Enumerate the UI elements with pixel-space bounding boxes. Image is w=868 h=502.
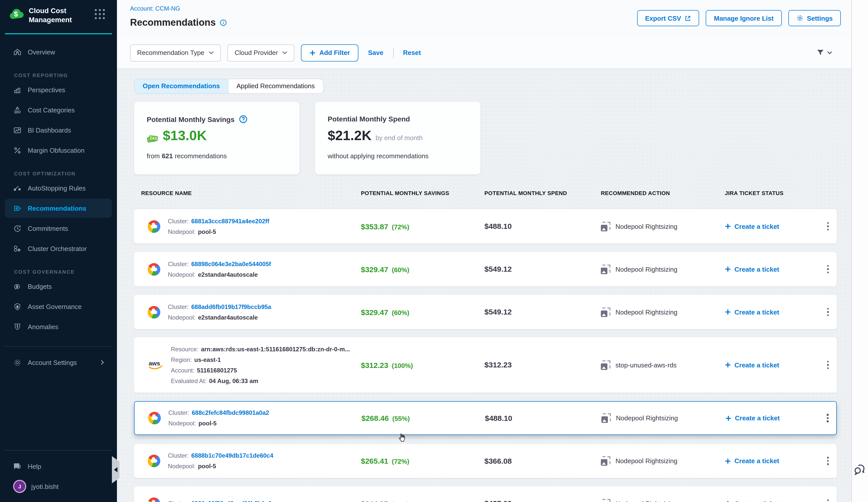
create-ticket-button[interactable]: Create a ticket bbox=[725, 222, 826, 230]
sidebar-item-commitments[interactable]: Commitments bbox=[5, 219, 112, 238]
sidebar-item-budgets[interactable]: $ Budgets bbox=[5, 277, 112, 296]
svg-text:$: $ bbox=[14, 10, 18, 18]
row-menu-kebab-icon[interactable] bbox=[826, 265, 837, 273]
sidebar-item-anomalies[interactable]: ! Anomalies bbox=[5, 317, 112, 336]
rightsizing-icon bbox=[601, 221, 610, 231]
spend-value: $427.09 bbox=[484, 499, 512, 502]
table-row[interactable]: Cluster:688add6fb019b17f9bccb95a Nodepoo… bbox=[134, 295, 837, 329]
row-menu-kebab-icon[interactable] bbox=[827, 414, 837, 422]
column-potential-monthly-savings: POTENTIAL MONTHLY SAVINGS bbox=[361, 190, 484, 196]
create-ticket-button[interactable]: Create a ticket bbox=[725, 500, 826, 502]
manage-ignore-list-button[interactable]: Manage Ignore List bbox=[706, 10, 782, 26]
table-row[interactable]: Cluster:6886e92f59a48cad86b5b1c6 $244.05… bbox=[134, 487, 837, 502]
module-grid-icon[interactable] bbox=[95, 9, 105, 19]
sidebar-item-autostopping-rules[interactable]: AutoStopping Rules bbox=[5, 178, 112, 198]
column-resource-name: RESOURCE NAME bbox=[134, 190, 361, 196]
action-label: stop-unused-aws-rds bbox=[616, 361, 677, 369]
create-ticket-button[interactable]: Create a ticket bbox=[725, 265, 826, 273]
action-label: Nodepool Rightsizing bbox=[616, 500, 678, 502]
cluster-id-link[interactable]: 68898c064e3e2ba0e544005f bbox=[191, 260, 271, 268]
table-row[interactable]: aws Resource:arn:aws:rds:us-east-1:51161… bbox=[134, 337, 837, 393]
breadcrumb[interactable]: Account: CCM-NG bbox=[130, 5, 180, 12]
row-menu-kebab-icon[interactable] bbox=[826, 361, 837, 369]
cluster-id-link[interactable]: 688add6fb019b17f9bccb95a bbox=[191, 303, 271, 310]
sidebar-item-label: BI Dashboards bbox=[28, 126, 71, 134]
plus-icon bbox=[725, 266, 731, 272]
export-csv-button[interactable]: Export CSV bbox=[637, 10, 699, 26]
add-filter-button[interactable]: Add Filter bbox=[301, 44, 358, 61]
sidebar: $ Cloud Cost Management Overview COST RE… bbox=[0, 0, 117, 502]
sidebar-item-cluster-orchestrator[interactable]: Cluster Orchestrator bbox=[5, 239, 112, 258]
sidebar-item-label: Cluster Orchestrator bbox=[28, 245, 87, 252]
create-ticket-button[interactable]: Create a ticket bbox=[725, 457, 826, 465]
sidebar-item-recommendations[interactable]: Recommendations bbox=[5, 199, 112, 218]
table-row[interactable]: Cluster:68898c064e3e2ba0e544005f Nodepoo… bbox=[134, 252, 837, 286]
question-circle-icon[interactable] bbox=[239, 115, 248, 124]
tab-applied-recommendations[interactable]: Applied Recommendations bbox=[228, 79, 323, 93]
rightsizing-icon bbox=[601, 264, 610, 274]
column-recommended-action: RECOMMENDED ACTION bbox=[601, 190, 725, 196]
sidebar-item-perspectives[interactable]: Perspectives bbox=[5, 80, 112, 99]
sidebar-item-cost-categories[interactable]: Cost Categories bbox=[5, 100, 112, 119]
cluster-id-link[interactable]: 6886e92f59a48cad86b5b1c6 bbox=[191, 500, 272, 502]
create-ticket-button[interactable]: Create a ticket bbox=[725, 414, 827, 422]
sidebar-item-account-settings[interactable]: Account Settings bbox=[5, 353, 112, 372]
create-ticket-button[interactable]: Create a ticket bbox=[725, 308, 826, 316]
cluster-id-link[interactable]: 6888b1c70e49db17c1de60c4 bbox=[191, 452, 273, 459]
rightsizing-icon bbox=[601, 413, 611, 423]
sidebar-item-bi-dashboards[interactable]: BI Dashboards bbox=[5, 121, 112, 139]
support-chat-icon[interactable] bbox=[854, 463, 867, 478]
rightsizing-icon bbox=[601, 360, 610, 370]
table-header: RESOURCE NAME POTENTIAL MONTHLY SAVINGS … bbox=[134, 190, 837, 196]
row-menu-kebab-icon[interactable] bbox=[826, 222, 837, 231]
sidebar-item-label: Commitments bbox=[28, 224, 68, 232]
create-ticket-button[interactable]: Create a ticket bbox=[725, 361, 826, 369]
spend-amount: $21.2K bbox=[328, 128, 372, 144]
sidebar-item-help[interactable]: ? Help bbox=[5, 457, 112, 476]
sidebar-item-label: Recommendations bbox=[28, 205, 86, 212]
row-menu-kebab-icon[interactable] bbox=[826, 308, 837, 316]
recommendation-type-dropdown[interactable]: Recommendation Type bbox=[130, 44, 221, 61]
cluster-id-link[interactable]: 688c2fefc84fbdc99801a0a2 bbox=[192, 409, 269, 416]
info-icon[interactable] bbox=[220, 19, 227, 26]
action-label: Nodepool Rightsizing bbox=[616, 222, 678, 230]
savings-value: $329.47 bbox=[361, 308, 388, 316]
gear-icon bbox=[796, 14, 803, 22]
sidebar-item-label: Asset Governance bbox=[28, 303, 82, 310]
potential-monthly-savings-card: Potential Monthly Savings $13.0K from 62… bbox=[134, 102, 299, 174]
sidebar-item-margin-obfuscation[interactable]: Margin Obfuscation bbox=[5, 140, 112, 160]
table-row[interactable]: Cluster:6888b1c70e49db17c1de60c4 Nodepoo… bbox=[134, 444, 837, 478]
action-label: Nodepool Rightsizing bbox=[616, 265, 678, 273]
user-name: jyoti.bisht bbox=[31, 483, 59, 490]
section-cost-governance: COST GOVERNANCE bbox=[14, 269, 117, 275]
card-title: Potential Monthly Spend bbox=[328, 115, 410, 123]
savings-percent: (60%) bbox=[392, 309, 409, 316]
table-row[interactable]: Cluster:6881a3ccc887941a4ee202ff Nodepoo… bbox=[134, 209, 837, 243]
action-label: Nodepool Rightsizing bbox=[616, 414, 678, 422]
sidebar-item-label: Anomalies bbox=[28, 323, 58, 331]
settings-button[interactable]: Settings bbox=[788, 10, 841, 26]
cluster-id-link[interactable]: 6881a3ccc887941a4ee202ff bbox=[191, 218, 269, 224]
spend-value: $366.08 bbox=[484, 457, 512, 465]
row-menu-kebab-icon[interactable] bbox=[826, 457, 837, 465]
savings-value: $244.05 bbox=[361, 499, 388, 502]
funnel-icon bbox=[816, 49, 825, 57]
shield-alert-icon: ! bbox=[13, 322, 22, 331]
sidebar-item-asset-governance[interactable]: $ Asset Governance bbox=[5, 297, 112, 316]
savings-value: $268.46 bbox=[361, 414, 389, 422]
sidebar-user[interactable]: J jyoti.bisht bbox=[5, 477, 112, 496]
sidebar-item-overview[interactable]: Overview bbox=[5, 42, 112, 62]
table-row-selected[interactable]: Cluster:688c2fefc84fbdc99801a0a2 Nodepoo… bbox=[134, 401, 837, 435]
tab-open-recommendations[interactable]: Open Recommendations bbox=[135, 79, 228, 93]
save-filter-button[interactable]: Save bbox=[365, 49, 386, 56]
row-menu-kebab-icon[interactable] bbox=[826, 500, 837, 502]
sidebar-item-label: Margin Obfuscation bbox=[28, 146, 84, 154]
column-jira-ticket-status: JIRA TICKET STATUS bbox=[725, 190, 826, 196]
chevron-down-icon bbox=[209, 51, 214, 54]
cloud-provider-dropdown[interactable]: Cloud Provider bbox=[228, 44, 294, 61]
reset-filter-button[interactable]: Reset bbox=[400, 49, 424, 56]
avatar: J bbox=[13, 480, 26, 493]
divider bbox=[393, 48, 393, 58]
filter-panel-toggle[interactable] bbox=[816, 49, 832, 57]
plus-icon bbox=[725, 415, 731, 421]
